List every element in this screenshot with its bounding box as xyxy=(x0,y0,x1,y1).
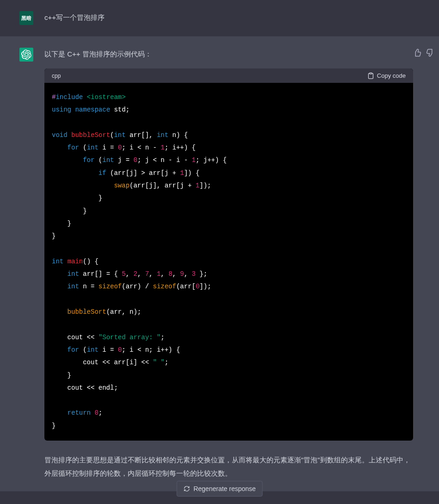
assistant-explanation: 冒泡排序的主要思想是通过不断比较相邻的元素并交换位置，从而将最大的元素逐渐"冒泡… xyxy=(44,454,413,480)
refresh-icon xyxy=(183,485,190,492)
user-gutter: 黑暗 xyxy=(0,11,44,25)
assistant-avatar xyxy=(19,48,33,62)
thumbs-down-icon[interactable] xyxy=(426,49,434,57)
user-turn: 黑暗 c++写一个冒泡排序 xyxy=(0,0,439,36)
code-content: #include <iostream> using namespace std;… xyxy=(44,83,413,441)
regenerate-button[interactable]: Regenerate response xyxy=(176,481,263,497)
copy-code-label: Copy code xyxy=(377,72,406,79)
assistant-turn: 以下是 C++ 冒泡排序的示例代码： cpp Copy code #includ… xyxy=(0,36,439,492)
user-message: c++写一个冒泡排序 xyxy=(44,11,413,24)
code-block: cpp Copy code #include <iostream> using … xyxy=(44,68,413,441)
thumbs-up-icon[interactable] xyxy=(413,49,421,57)
user-avatar: 黑暗 xyxy=(19,11,33,25)
code-header: cpp Copy code xyxy=(44,68,413,83)
feedback-buttons xyxy=(413,49,434,57)
clipboard-icon xyxy=(367,72,374,79)
assistant-content: 以下是 C++ 冒泡排序的示例代码： cpp Copy code #includ… xyxy=(44,48,439,480)
copy-code-button[interactable]: Copy code xyxy=(367,72,406,79)
assistant-gutter xyxy=(0,48,44,480)
regenerate-label: Regenerate response xyxy=(193,485,256,492)
assistant-intro: 以下是 C++ 冒泡排序的示例代码： xyxy=(44,48,413,60)
openai-logo-icon xyxy=(21,50,31,60)
svg-rect-0 xyxy=(370,73,372,74)
code-lang-label: cpp xyxy=(52,73,61,79)
user-content: c++写一个冒泡排序 xyxy=(44,11,439,25)
